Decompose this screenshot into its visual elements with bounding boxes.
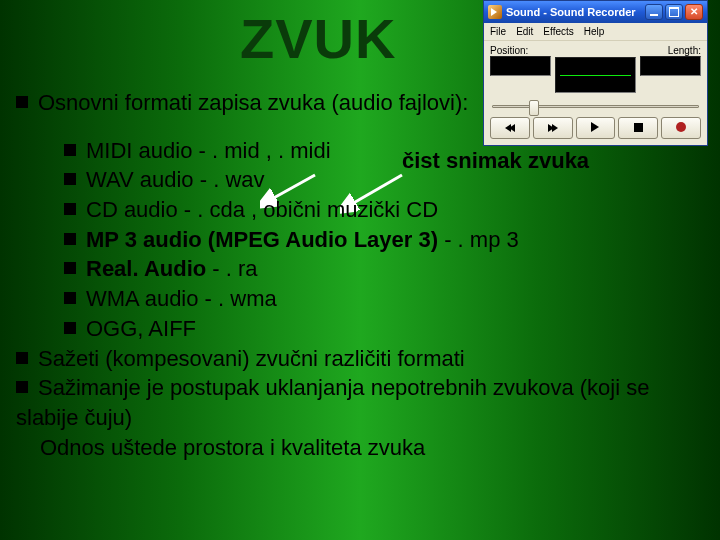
- format-item: OGG, AIFF: [16, 314, 704, 344]
- format-suffix: - . mp 3: [438, 227, 519, 252]
- minimize-button[interactable]: [645, 4, 663, 20]
- menu-effects[interactable]: Effects: [543, 26, 573, 37]
- intro-text: Osnovni formati zapisa zvuka (audio fajl…: [38, 90, 468, 115]
- format-suffix: - . mid , . midi: [192, 138, 330, 163]
- bullet-icon: [16, 352, 28, 364]
- format-prefix: OGG, AIFF: [86, 316, 196, 341]
- recorder-body: Position: 13.60 sec. Length: 69.60 sec.: [484, 41, 707, 145]
- format-prefix: Real. Audio: [86, 256, 206, 281]
- after-text: Odnos uštede prostora i kvaliteta zvuka: [40, 435, 425, 460]
- speaker-icon: [488, 5, 502, 19]
- format-prefix: MIDI audio: [86, 138, 192, 163]
- format-item: MP 3 audio (MPEG Audio Layer 3) - . mp 3: [16, 225, 704, 255]
- close-button[interactable]: [685, 4, 703, 20]
- seek-forward-button[interactable]: [533, 117, 573, 139]
- record-button[interactable]: [661, 117, 701, 139]
- menu-bar: File Edit Effects Help: [484, 23, 707, 41]
- stop-button[interactable]: [618, 117, 658, 139]
- menu-help[interactable]: Help: [584, 26, 605, 37]
- seek-back-button[interactable]: [490, 117, 530, 139]
- after-line: Sažeti (kompesovani) zvučni različiti fo…: [16, 344, 704, 374]
- bullet-icon: [64, 322, 76, 334]
- position-readout: Position: 13.60 sec.: [490, 45, 551, 93]
- after-text: Sažeti (kompesovani) zvučni različiti fo…: [38, 346, 465, 371]
- format-prefix: MP 3 audio (MPEG Audio Layer 3): [86, 227, 438, 252]
- length-value: 69.60 sec.: [640, 56, 701, 76]
- seek-forward-icon: [548, 123, 558, 134]
- bullet-icon: [64, 233, 76, 245]
- seek-back-icon: [505, 123, 515, 134]
- waveform-display: [555, 57, 636, 93]
- length-label: Length:: [640, 45, 701, 56]
- bullet-icon: [64, 144, 76, 156]
- format-prefix: CD audio: [86, 197, 178, 222]
- play-icon: [591, 122, 599, 134]
- window-title: Sound - Sound Recorder: [506, 6, 643, 18]
- bullet-icon: [16, 96, 28, 108]
- format-suffix: - . wav: [194, 167, 265, 192]
- format-item: CD audio - . cda , obični muzički CD: [16, 195, 704, 225]
- bullet-icon: [64, 262, 76, 274]
- format-prefix: WMA audio: [86, 286, 199, 311]
- format-suffix: - . cda , obični muzički CD: [178, 197, 438, 222]
- after-line: Sažimanje je postupak uklanjanja nepotre…: [16, 373, 704, 432]
- format-item: WAV audio - . wav: [16, 165, 704, 195]
- slide-title: ZVUK: [240, 6, 396, 71]
- bullet-icon: [64, 292, 76, 304]
- length-readout: Length: 69.60 sec.: [640, 45, 701, 93]
- seek-slider[interactable]: [492, 99, 699, 113]
- maximize-button[interactable]: [665, 4, 683, 20]
- format-prefix: WAV audio: [86, 167, 194, 192]
- format-suffix: - . ra: [206, 256, 257, 281]
- bullet-icon: [16, 381, 28, 393]
- menu-file[interactable]: File: [490, 26, 506, 37]
- record-icon: [676, 122, 686, 134]
- after-text: Sažimanje je postupak uklanjanja nepotre…: [16, 375, 649, 430]
- transport-controls: [490, 117, 701, 139]
- menu-edit[interactable]: Edit: [516, 26, 533, 37]
- play-button[interactable]: [576, 117, 616, 139]
- titlebar[interactable]: Sound - Sound Recorder: [484, 1, 707, 23]
- bullet-icon: [64, 203, 76, 215]
- sound-recorder-window: Sound - Sound Recorder File Edit Effects…: [483, 0, 708, 146]
- stop-icon: [634, 123, 643, 134]
- format-item: Real. Audio - . ra: [16, 254, 704, 284]
- position-label: Position:: [490, 45, 551, 56]
- after-line: Odnos uštede prostora i kvaliteta zvuka: [16, 433, 704, 463]
- format-item: WMA audio - . wma: [16, 284, 704, 314]
- format-suffix: - . wma: [199, 286, 277, 311]
- bullet-icon: [64, 173, 76, 185]
- position-value: 13.60 sec.: [490, 56, 551, 76]
